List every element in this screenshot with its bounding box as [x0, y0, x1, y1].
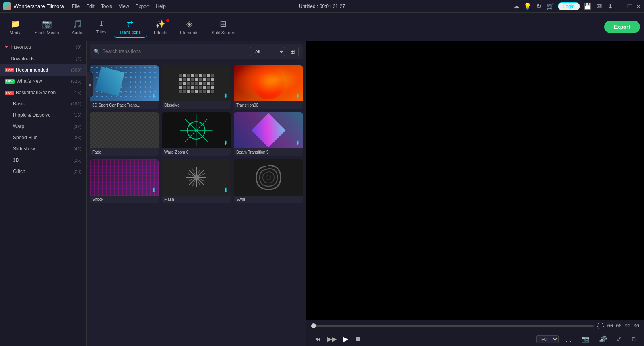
transition-card-swirl[interactable]: Swirl	[234, 159, 303, 203]
title-center: Untitled : 00:01:21:27	[299, 4, 345, 9]
tab-transitions[interactable]: ⇄ Transitions	[114, 16, 147, 38]
login-button[interactable]: Login	[558, 2, 580, 10]
transition-label-sport: 3D Sport Car Pack Trans...	[90, 101, 159, 109]
menu-item-edit[interactable]: Edit	[86, 4, 95, 9]
search-input[interactable]	[102, 49, 247, 54]
cart-icon[interactable]: 🛒	[547, 3, 554, 10]
download-nav-icon: ↓	[5, 56, 8, 62]
download-icon[interactable]: ⬇	[607, 3, 614, 10]
sidebar-item-basketball[interactable]: HOT Basketball Season (15)	[0, 87, 86, 98]
sidebar-label: Recommended	[16, 67, 71, 73]
transition-card-fade[interactable]: Fade	[90, 112, 159, 156]
elements-icon: ◈	[186, 19, 192, 29]
preview-scrubber[interactable]	[311, 325, 594, 327]
play-slow-button[interactable]: ▶▶	[324, 334, 340, 344]
play-button[interactable]: ▶	[340, 334, 351, 344]
favorites-count: (0)	[76, 45, 81, 49]
effects-icon: ✨	[155, 19, 165, 29]
transition-card-flash[interactable]: ⬇ Flash	[162, 159, 231, 203]
refresh-icon[interactable]: ↻	[535, 3, 543, 10]
menu-item-view[interactable]: View	[119, 4, 129, 9]
sidebar-item-slideshow[interactable]: Slideshow (42)	[0, 143, 86, 154]
minimize-button[interactable]: —	[619, 3, 624, 10]
transition-label-swirl: Swirl	[234, 196, 303, 203]
hot-badge-basketball: HOT	[5, 91, 14, 95]
hot-badge-recommended: HOT	[5, 68, 14, 72]
new-badge-whatsnew: NEW	[5, 79, 15, 84]
menu-item-export[interactable]: Export	[136, 4, 150, 9]
stock-icon: 📷	[42, 19, 52, 29]
sidebar-item-3d[interactable]: 3D (26)	[0, 154, 86, 166]
3d-count: (26)	[73, 158, 81, 163]
glitch-count: (23)	[73, 169, 81, 174]
volume-button[interactable]: 🔊	[596, 334, 610, 344]
transition-card-transition06[interactable]: ⬇ Transition06	[234, 65, 303, 109]
sidebar-item-favorites[interactable]: ♥ Favorites (0)	[0, 41, 86, 53]
sidebar-label: 3D	[5, 157, 73, 163]
sidebar-item-glitch[interactable]: Glitch (23)	[0, 166, 86, 177]
sidebar-item-speedblur[interactable]: Speed Blur (36)	[0, 132, 86, 143]
sidebar-label: Glitch	[5, 169, 73, 174]
transition-card-dissolve[interactable]: ⬇ Dissolve	[162, 65, 231, 109]
out-point-button[interactable]: }	[602, 323, 604, 329]
sidebar-item-downloads[interactable]: ↓ Downloads (2)	[0, 53, 86, 64]
preview-right-controls: Full 1/2 1/4 1/8 ⛶ 📷 🔊 ⤢ ⧉	[536, 334, 639, 344]
step-back-button[interactable]: ⏮	[311, 334, 324, 344]
audio-icon: 🎵	[72, 19, 83, 29]
download-overlay-dissolve: ⬇	[223, 93, 228, 99]
sidebar-item-whatsnew[interactable]: NEW What's New (526)	[0, 76, 86, 87]
toolbar: 📁 Media 📷 Stock Media 🎵 Audio T Titles ⇄…	[0, 13, 644, 41]
save-icon[interactable]: 💾	[584, 3, 591, 10]
export-button[interactable]: Export	[604, 21, 640, 33]
media-icon: 📁	[10, 19, 21, 29]
transition-label-flash: Flash	[162, 196, 231, 203]
screenshot-button[interactable]: 📷	[578, 334, 592, 344]
stop-button[interactable]: ⏹	[351, 334, 364, 344]
titles-icon: T	[99, 19, 104, 28]
transition-card-beam[interactable]: ⬇ Beam Transition 5	[234, 112, 303, 156]
tab-stock-media[interactable]: 📷 Stock Media	[29, 16, 65, 37]
app-logo	[3, 2, 11, 10]
tab-audio[interactable]: 🎵 Audio	[66, 16, 89, 37]
filter-dropdown[interactable]: All Basic Advanced	[250, 47, 285, 56]
search-bar: 🔍 All Basic Advanced ⊞	[90, 44, 303, 59]
heart-icon: ♥	[5, 44, 8, 50]
mail-icon[interactable]: ✉	[595, 3, 603, 10]
menu-item-file[interactable]: File	[72, 4, 80, 9]
tab-titles[interactable]: T Titles	[91, 17, 112, 37]
fit-screen-button[interactable]: ⛶	[562, 334, 575, 344]
fullscreen-button[interactable]: ⤢	[613, 334, 625, 344]
sidebar-label: Basic	[5, 101, 71, 107]
quality-select[interactable]: Full 1/2 1/4 1/8	[536, 335, 559, 343]
menu-item-tools[interactable]: Tools	[101, 4, 112, 9]
recommended-count: (500)	[71, 68, 81, 72]
sidebar-item-warp[interactable]: Warp (37)	[0, 121, 86, 132]
transition-card-sport[interactable]: ⬇ 3D Sport Car Pack Trans...	[90, 65, 159, 109]
slideshow-count: (42)	[73, 146, 81, 151]
pip-button[interactable]: ⧉	[628, 334, 639, 344]
search-icon: 🔍	[94, 49, 100, 54]
close-button[interactable]: ✕	[636, 3, 641, 10]
transition-card-warpzoom[interactable]: ↔ ⬇ Warp Zoom 6	[162, 112, 231, 156]
maximize-button[interactable]: ❐	[627, 3, 633, 10]
sidebar-label: What's New	[17, 78, 71, 84]
timecode-display: 00:00:00:00	[607, 323, 639, 329]
cloud-icon[interactable]: ☁	[513, 3, 520, 10]
transition-card-shock[interactable]: ⬇ Shock	[90, 159, 159, 203]
left-panel: ♥ Favorites (0) ↓ Downloads (2) HOT Reco…	[0, 41, 87, 346]
light-icon[interactable]: 💡	[524, 3, 531, 10]
sidebar-item-basic[interactable]: Basic (182)	[0, 98, 86, 109]
transition-label-shock: Shock	[90, 196, 159, 203]
tab-effects[interactable]: ✨ Effects	[148, 16, 173, 37]
download-overlay-beam: ⬇	[295, 140, 300, 146]
panel-collapse-handle[interactable]: ◀	[87, 72, 93, 97]
in-point-button[interactable]: {	[597, 323, 599, 329]
transition-label-beam: Beam Transition 5	[234, 148, 303, 156]
tab-split-screen[interactable]: ⊞ Split Screen	[206, 16, 241, 37]
tab-media[interactable]: 📁 Media	[4, 16, 27, 37]
grid-view-button[interactable]: ⊞	[287, 47, 299, 56]
menu-item-help[interactable]: Help	[156, 4, 166, 9]
sidebar-item-ripple[interactable]: Ripple & Dissolve (16)	[0, 109, 86, 121]
sidebar-item-recommended[interactable]: HOT Recommended (500)	[0, 64, 86, 76]
tab-elements[interactable]: ◈ Elements	[174, 16, 204, 37]
